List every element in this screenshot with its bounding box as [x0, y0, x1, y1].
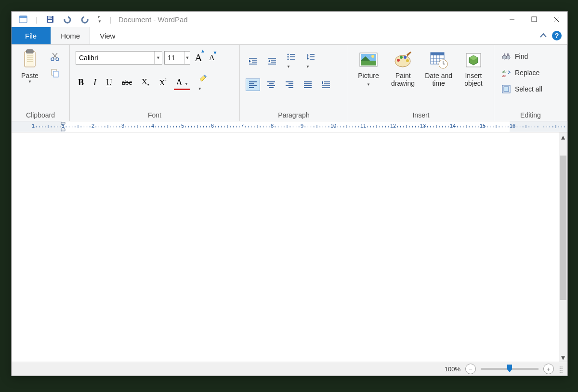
app-icon	[16, 13, 30, 26]
grow-font-icon[interactable]: A▲	[192, 50, 205, 66]
minimize-button[interactable]	[501, 12, 523, 27]
quick-access-toolbar: | ▾▼ |	[12, 13, 114, 26]
separator: |	[110, 15, 112, 24]
cut-icon[interactable]	[47, 50, 63, 64]
ruler-number: 4	[151, 123, 154, 129]
subscript-icon[interactable]: X₂	[139, 75, 152, 89]
ruler-number: 2	[92, 123, 94, 129]
scroll-track[interactable]	[559, 141, 567, 353]
svg-rect-68	[361, 61, 376, 65]
select-all-icon	[501, 84, 511, 94]
svg-point-70	[397, 59, 400, 62]
svg-text:ac: ac	[502, 73, 506, 78]
zoom-slider-thumb[interactable]	[507, 364, 512, 373]
binoculars-icon	[501, 52, 511, 61]
svg-line-23	[53, 53, 57, 58]
save-icon[interactable]	[43, 13, 57, 26]
paint-label: Paint drawing	[389, 72, 417, 87]
decrease-indent-icon[interactable]	[246, 55, 260, 67]
ruler-number: 14	[450, 123, 456, 129]
paste-button[interactable]: Paste ▼	[14, 47, 45, 86]
strikethrough-icon[interactable]: abc	[119, 77, 134, 89]
group-editing: Find abac Replace Select all Editing	[494, 45, 567, 121]
replace-button[interactable]: abac Replace	[499, 66, 542, 79]
paragraph-dialog-icon[interactable]	[319, 78, 333, 91]
scroll-down-icon[interactable]: ▾	[559, 353, 567, 362]
font-color-icon[interactable]: A ▼	[173, 76, 190, 90]
ruler-number: 13	[420, 123, 426, 129]
find-button[interactable]: Find	[499, 50, 530, 63]
qat-dropdown-icon[interactable]: ▾▼	[95, 13, 104, 26]
superscript-icon[interactable]: X²	[157, 76, 169, 90]
paint-drawing-button[interactable]: Paint drawing	[387, 49, 419, 89]
highlight-icon[interactable]: ▼	[196, 71, 211, 94]
find-label: Find	[515, 52, 528, 60]
font-size-combo[interactable]: ▼	[164, 51, 190, 65]
insert-object-button[interactable]: Insert object	[458, 49, 489, 89]
group-insert: Picture▼ Paint drawing Date and time Ins…	[348, 45, 494, 121]
svg-rect-25	[53, 71, 58, 77]
tab-home[interactable]: Home	[51, 27, 90, 44]
picture-button[interactable]: Picture▼	[353, 49, 384, 89]
ruler-number: 6	[211, 123, 214, 129]
redo-icon[interactable]	[78, 13, 92, 26]
align-justify-icon[interactable]	[301, 78, 315, 91]
undo-icon[interactable]	[61, 13, 74, 26]
scroll-thumb[interactable]	[560, 156, 566, 300]
tab-file[interactable]: File	[12, 27, 51, 44]
font-size-input[interactable]	[165, 52, 184, 64]
editing-group-label: Editing	[497, 110, 564, 120]
datetime-button[interactable]: Date and time	[422, 49, 455, 89]
selectall-button[interactable]: Select all	[499, 82, 545, 96]
svg-point-34	[288, 54, 289, 55]
increase-indent-icon[interactable]	[265, 55, 279, 67]
window-controls	[501, 12, 567, 27]
bold-icon[interactable]: B	[76, 76, 86, 90]
dropdown-icon[interactable]: ▼	[184, 52, 190, 64]
ruler-number: 1	[62, 123, 65, 129]
ruler[interactable]: 112345678910111213141516	[12, 121, 567, 132]
document-page[interactable]	[12, 132, 559, 362]
align-left-icon[interactable]	[246, 78, 260, 91]
picture-label: Picture	[358, 72, 379, 79]
svg-point-73	[406, 59, 409, 62]
svg-rect-8	[51, 17, 52, 18]
copy-icon[interactable]	[47, 66, 63, 80]
zoom-slider[interactable]	[481, 368, 539, 370]
svg-point-21	[56, 58, 59, 61]
svg-point-71	[400, 56, 403, 59]
dropdown-icon[interactable]: ▼	[154, 52, 162, 64]
dropdown-icon: ▼	[28, 79, 32, 84]
close-button[interactable]	[545, 12, 567, 27]
tab-view[interactable]: View	[90, 27, 125, 44]
bullet-list-icon[interactable]: ▼	[284, 51, 299, 72]
resize-grip-icon[interactable]: ⣿	[559, 366, 563, 373]
ruler-number: 11	[360, 123, 366, 129]
ribbon-tabs: File Home View ?	[12, 27, 567, 45]
zoom-out-button[interactable]: −	[465, 364, 476, 374]
help-icon[interactable]: ?	[552, 31, 562, 40]
ruler-number: 8	[271, 123, 274, 129]
font-name-combo[interactable]: ▼	[76, 51, 162, 65]
line-spacing-icon[interactable]: ▼	[303, 51, 318, 72]
svg-rect-92	[504, 87, 509, 91]
maximize-button[interactable]	[523, 12, 545, 27]
ruler-number: 1	[32, 123, 35, 129]
replace-label: Replace	[515, 69, 539, 77]
shrink-font-icon[interactable]: A▼	[207, 52, 217, 64]
italic-icon[interactable]: I	[91, 76, 99, 90]
underline-icon[interactable]: U	[104, 76, 115, 90]
scroll-up-icon[interactable]: ▴	[559, 132, 567, 141]
svg-rect-10	[532, 17, 537, 22]
align-right-icon[interactable]	[282, 78, 297, 91]
align-center-icon[interactable]	[264, 78, 278, 91]
ruler-number: 16	[510, 123, 515, 129]
replace-icon: abac	[501, 68, 511, 78]
zoom-in-button[interactable]: +	[543, 364, 554, 374]
svg-point-86	[506, 55, 510, 59]
collapse-ribbon-icon[interactable]	[539, 32, 547, 39]
titlebar: | ▾▼ | Document - WordPad	[12, 12, 567, 27]
selectall-label: Select all	[515, 85, 542, 93]
vertical-scrollbar[interactable]: ▴ ▾	[559, 132, 567, 362]
font-name-input[interactable]	[76, 52, 154, 64]
